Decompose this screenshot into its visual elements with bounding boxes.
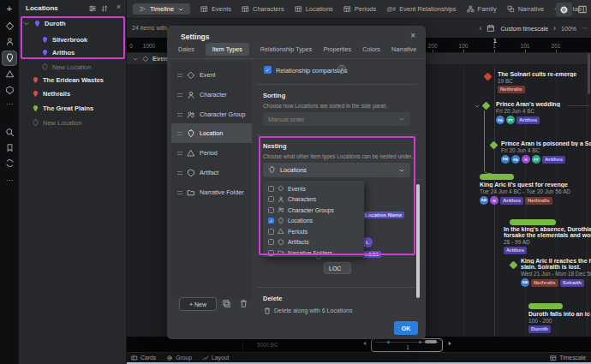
artifacts-rail-icon[interactable]	[0, 86, 19, 95]
periods-rail-icon[interactable]	[0, 69, 19, 79]
avatar[interactable]: KAI	[521, 278, 529, 287]
avatar[interactable]: PA	[511, 155, 520, 164]
timescale-selector[interactable]: Custom timescale	[500, 26, 548, 32]
help-icon[interactable]: ?	[337, 65, 346, 74]
tab-dates[interactable]: Dates	[178, 45, 194, 53]
tab-events[interactable]: Events	[200, 5, 231, 13]
option-periods[interactable]: Periods	[268, 226, 362, 237]
more-rail-icon-2[interactable]: ⋯	[0, 176, 19, 184]
avatar[interactable]: PT	[532, 155, 540, 164]
option-artifacts[interactable]: Artifacts	[268, 237, 362, 248]
filter-icon[interactable]	[88, 4, 97, 13]
item-type-character[interactable]: Character	[171, 85, 252, 104]
add-icon[interactable]: +	[0, 3, 19, 14]
option-locations[interactable]: ✓Locations	[268, 216, 362, 227]
location-item-new-2[interactable]: New Location	[32, 119, 81, 127]
more-options-icon[interactable]: ⋯	[582, 25, 588, 32]
avatar[interactable]: PA	[496, 116, 504, 124]
event-card-heart[interactable]: King Aric II reaches the heart o slain. …	[521, 258, 591, 287]
timescale-next-button[interactable]: ›	[553, 24, 556, 33]
avatar[interactable]: H	[522, 155, 530, 164]
more-rail-icon[interactable]: ⋯	[0, 100, 19, 108]
location-item-silverbrook[interactable]: Silverbrook	[41, 36, 87, 44]
panel-toggle-button[interactable]	[577, 4, 588, 15]
tab-event-relationships[interactable]: @#Event Relationships	[386, 5, 456, 13]
location-item-new-1[interactable]: New Location	[41, 63, 91, 71]
close-panel-icon[interactable]: ×	[116, 3, 121, 11]
event-collapse-icon[interactable]	[474, 103, 481, 110]
event-card-ice-age[interactable]: Duroth falls into an ice age 100 - 200 D…	[528, 311, 590, 333]
event-card-solnari[interactable]: The Solnari cults re-emerge 19 BC Nethra…	[498, 71, 590, 93]
location-item-great-plains[interactable]: The Great Plains	[32, 104, 93, 112]
close-icon[interactable]: ×	[410, 31, 415, 40]
layout-button[interactable]: Layout	[202, 355, 229, 361]
characters-rail-icon[interactable]	[0, 37, 19, 46]
option-narrative-folders[interactable]: Narrative Folders	[268, 248, 362, 259]
location-item-arithos[interactable]: Arithos	[41, 49, 75, 57]
location-badge[interactable]: Nethralis	[531, 279, 558, 287]
tab-properties[interactable]: Properties	[323, 45, 351, 53]
checkbox-checked[interactable]: ✓	[268, 218, 274, 224]
tab-colors[interactable]: Colors	[362, 45, 380, 53]
delete-type-icon[interactable]	[239, 299, 248, 308]
locations-rail-icon[interactable]	[0, 53, 19, 63]
avatar[interactable]: H	[490, 196, 498, 205]
drag-handle-icon[interactable]	[177, 74, 182, 77]
location-badge[interactable]: Arithos	[542, 156, 565, 164]
item-type-event[interactable]: Event	[171, 65, 252, 85]
option-events[interactable]: Events	[268, 183, 362, 194]
option-character-groups[interactable]: Character Groups	[268, 205, 362, 216]
drag-handle-icon[interactable]	[177, 191, 182, 194]
checkbox-unchecked[interactable]	[268, 196, 274, 202]
item-type-character-group[interactable]: Character Group	[171, 104, 252, 124]
location-item-duroth[interactable]: Duroth	[22, 20, 66, 27]
new-item-type-button[interactable]: + New	[179, 297, 217, 311]
checkbox-unchecked[interactable]	[268, 229, 274, 235]
event-card-quest[interactable]: King Aric II's quest for revenge Tue 24 …	[480, 182, 591, 205]
drag-handle-icon[interactable]	[177, 132, 182, 135]
item-type-artifact[interactable]: Artifact	[171, 163, 252, 182]
drag-handle-icon[interactable]	[177, 113, 182, 116]
avatar[interactable]: KAI	[501, 155, 510, 164]
relationship-comparisons-checkbox[interactable]: ✓	[264, 66, 272, 74]
location-badge[interactable]: Nethralis	[498, 86, 525, 93]
tab-narrative[interactable]: Narrative	[507, 5, 544, 13]
location-item-nethralis[interactable]: Nethralis	[32, 90, 70, 98]
drag-handle-icon[interactable]	[177, 152, 182, 155]
bookmark-icon[interactable]	[0, 143, 19, 152]
location-badge[interactable]: Solraith	[560, 279, 584, 287]
location-badge[interactable]: Nethralis	[525, 197, 552, 205]
minimap-right-arrow[interactable]	[446, 340, 453, 347]
zoom-level[interactable]: 100%	[561, 26, 576, 32]
identifier-input[interactable]: LOC	[324, 262, 351, 274]
period-bar[interactable]	[480, 174, 514, 180]
settings-gear-button[interactable]	[556, 3, 572, 16]
minimap-thumb[interactable]	[425, 340, 437, 343]
item-type-narrative-folder[interactable]: Narrative Folder	[171, 182, 252, 202]
ok-button[interactable]: OK	[394, 321, 418, 335]
tab-relationship-types[interactable]: Relationship Types	[260, 45, 313, 53]
tab-timeline[interactable]: Timeline	[133, 3, 190, 15]
group-button[interactable]: Group	[166, 355, 192, 361]
sort-icon[interactable]	[100, 4, 109, 13]
checkbox-unchecked[interactable]	[268, 186, 274, 192]
avatar[interactable]: KAI	[480, 196, 488, 205]
location-badge[interactable]: Arithos	[516, 116, 540, 124]
sync-icon[interactable]	[0, 158, 19, 168]
timescale-button[interactable]: Timescale	[550, 355, 586, 361]
tab-item-types[interactable]: Item Types	[206, 43, 249, 56]
nesting-dropdown[interactable]: Locations	[263, 163, 410, 177]
period-bar[interactable]	[528, 303, 563, 309]
item-type-period[interactable]: Period	[171, 143, 252, 163]
item-type-location[interactable]: Location	[171, 123, 252, 143]
checkbox-unchecked[interactable]	[268, 239, 274, 245]
minimap-left-arrow[interactable]	[361, 340, 368, 347]
expander-icon[interactable]	[22, 20, 30, 27]
location-item-eridean[interactable]: The Eridean Wastes	[32, 76, 104, 84]
timescale-prev-button[interactable]: ‹	[479, 24, 481, 33]
duplicate-icon[interactable]	[222, 299, 231, 308]
period-bar[interactable]	[510, 219, 556, 225]
drag-handle-icon[interactable]	[177, 171, 182, 175]
events-rail-icon[interactable]	[0, 21, 19, 31]
minimap-viewport[interactable]: 1	[371, 338, 443, 352]
